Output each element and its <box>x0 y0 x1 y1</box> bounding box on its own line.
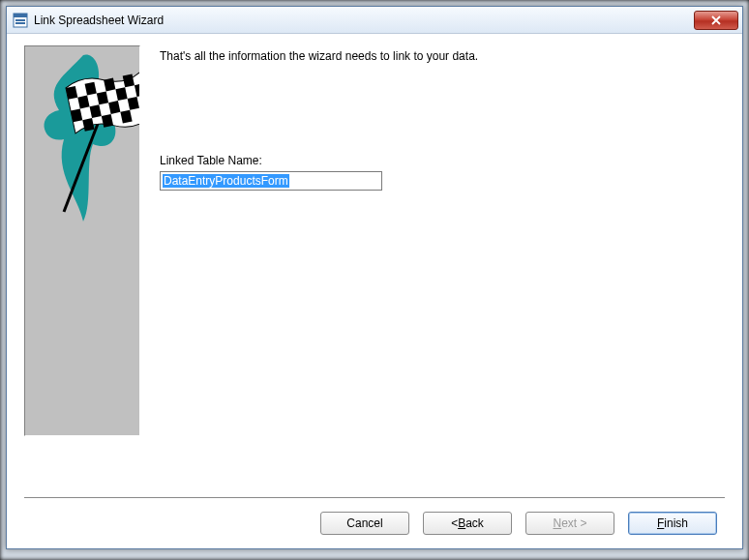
next-rest: ext > <box>561 516 586 530</box>
client-area: That's all the information the wizard ne… <box>7 34 742 548</box>
close-button[interactable] <box>694 11 738 30</box>
button-separator <box>24 497 725 498</box>
next-button: Next > <box>525 512 614 535</box>
main-content: That's all the information the wizard ne… <box>160 45 725 491</box>
svg-rect-1 <box>14 14 27 17</box>
svg-rect-3 <box>15 22 25 24</box>
back-button[interactable]: < Back <box>423 512 512 535</box>
finish-rest: inish <box>664 516 688 530</box>
next-accel: N <box>553 516 561 530</box>
cancel-button[interactable]: Cancel <box>320 512 409 535</box>
table-name-selection: DataEntryProductsForm <box>163 174 289 188</box>
finish-accel: F <box>657 516 664 530</box>
wizard-dialog: Link Spreadsheet Wizard <box>6 6 743 549</box>
titlebar: Link Spreadsheet Wizard <box>7 7 742 34</box>
instruction-text: That's all the information the wizard ne… <box>160 49 725 63</box>
finish-button[interactable]: Finish <box>628 512 717 535</box>
back-accel: B <box>458 516 465 530</box>
back-rest: ack <box>465 516 484 530</box>
cancel-label: Cancel <box>346 516 382 530</box>
table-name-label: Linked Table Name: <box>160 154 725 167</box>
button-row: Cancel < Back Next > Finish <box>24 512 725 535</box>
back-prefix: < <box>451 516 458 530</box>
svg-rect-2 <box>15 19 25 21</box>
wizard-graphic <box>24 45 140 436</box>
window-title: Link Spreadsheet Wizard <box>34 14 694 27</box>
app-icon <box>13 13 28 28</box>
